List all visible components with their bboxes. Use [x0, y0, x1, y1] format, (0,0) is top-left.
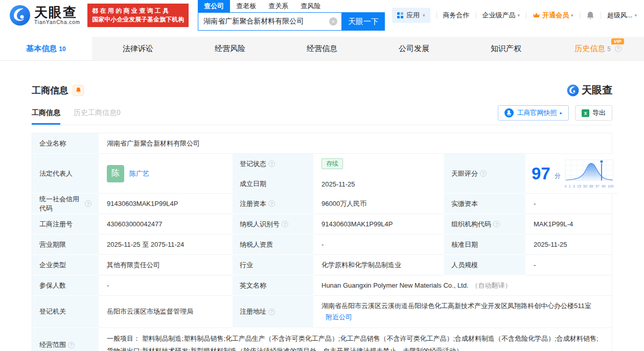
credit-code-label: 统一社会信用代码?: [32, 194, 99, 214]
nav-enterprise-products[interactable]: 企业级产品▾: [482, 11, 520, 20]
company-name-value: 湖南省广新聚合新材料有限公司: [99, 133, 612, 154]
search-tab-boss[interactable]: 查老板: [230, 0, 262, 12]
business-scope-label: 经营范围?: [32, 328, 99, 351]
reg-status-label: 登记状态?: [233, 154, 313, 174]
tab-history-info[interactable]: VIP 历史信息 5 ?: [552, 37, 644, 60]
help-icon[interactable]: ?: [282, 221, 288, 227]
taxpayer-quality-value: -: [313, 235, 444, 255]
business-scope-value: 一般项目： 塑料制品制造;塑料制品销售;化工产品生产（不含许可类化工产品）;化工…: [99, 328, 612, 351]
divider: [601, 12, 601, 19]
table-row: 法定代表人 陈 陈广艺 登记状态? 存续 成立日期 2025-11-25 天眼评…: [32, 154, 612, 194]
help-icon[interactable]: ?: [85, 200, 91, 207]
company-type-label: 企业类型: [32, 255, 99, 275]
table-row: 工商注册号 430603000042477 纳税人识别号? 91430603MA…: [32, 214, 612, 235]
search-tab-risk[interactable]: 查风险: [294, 0, 327, 12]
search-button[interactable]: 天眼一下: [342, 12, 385, 31]
promo-banner-line2: 国家中小企业发展子基金旗下机构: [92, 15, 184, 24]
crown-icon: [533, 12, 540, 18]
subtab-business-info[interactable]: 工商信息: [32, 108, 60, 125]
tab-intellectual-property[interactable]: 知识产权: [460, 37, 552, 60]
help-icon[interactable]: ?: [68, 342, 75, 348]
subscribe-bell-icon[interactable]: [73, 85, 84, 96]
score-unit: 分: [555, 172, 561, 180]
table-row: 营业期限 2025-11-25 至 2075-11-24 纳税人资质 - 核准日…: [32, 235, 612, 255]
export-button[interactable]: x 导出: [575, 105, 612, 121]
status-badge: 存续: [321, 158, 343, 169]
excel-icon: x: [582, 109, 589, 117]
chevron-right-icon: ▸: [560, 110, 562, 115]
logo-domain: TianYanCha.com: [34, 19, 80, 25]
search-row: × 天眼一下: [198, 12, 385, 31]
org-code-label: 组织机构代码?: [444, 214, 525, 235]
staff-size-label: 人员规模: [444, 255, 525, 275]
org-code-value: MAK1P99L-4: [525, 214, 612, 235]
search-tab-relation[interactable]: 查关系: [262, 0, 294, 12]
chevron-down-icon: ▾: [518, 13, 520, 18]
score-cell[interactable]: 97 分 013155085979: [525, 154, 618, 194]
official-snapshot-button[interactable]: 工商官网快照 ▸: [498, 105, 569, 121]
help-icon[interactable]: ?: [268, 200, 275, 207]
notification-bell-icon[interactable]: [586, 11, 594, 20]
section-header: 工商信息 天眼查: [32, 83, 612, 97]
table-row: 经营范围? 一般项目： 塑料制品制造;塑料制品销售;化工产品生产（不含许可类化工…: [32, 328, 612, 351]
tab-company-development[interactable]: 公司发展: [368, 37, 460, 60]
promo-banner: 都 在 用 的 商 业 查 询 工 具 国家中小企业发展子基金旗下机构: [87, 4, 189, 27]
tianyancha-logo[interactable]: 天眼查 TianYanCha.com: [9, 5, 80, 26]
avatar[interactable]: 陈: [107, 165, 124, 182]
subtab-history-business-info[interactable]: 历史工商信息0: [74, 108, 121, 125]
nearby-companies-link[interactable]: 附近公司: [326, 313, 352, 321]
help-icon[interactable]: ?: [615, 45, 622, 52]
company-name-label: 企业名称: [32, 133, 99, 154]
divider: [436, 12, 437, 19]
nav-business-cooperation[interactable]: 商务合作: [443, 11, 470, 20]
reg-number-label: 工商注册号: [32, 214, 99, 235]
approval-date-value: 2025-11-25: [525, 235, 612, 255]
english-name-label: 英文名称: [233, 275, 313, 296]
tianyancha-watermark: 天眼查: [567, 83, 612, 97]
search-input[interactable]: [198, 13, 341, 30]
table-row: 参保人数 - 英文名称 Hunan Guangxin Polymer New M…: [32, 275, 612, 296]
table-row: 企业类型 其他有限责任公司 行业 化学原料和化学制品制造业 人员规模 -: [32, 255, 612, 275]
table-row: 企业名称 湖南省广新聚合新材料有限公司: [32, 133, 612, 154]
logo-brand: 天眼查: [34, 6, 80, 19]
section-title: 工商信息: [32, 84, 68, 97]
stamp-icon: [504, 108, 514, 118]
staff-size-value: -: [525, 255, 612, 275]
nav-super-risk[interactable]: 超级风...▾: [607, 11, 637, 20]
tab-operation-info[interactable]: 经营信息: [276, 37, 368, 60]
credit-code-value: 91430603MAK1P99L4P: [99, 194, 233, 214]
divider: [580, 12, 580, 19]
table-row: 统一社会信用代码? 91430603MAK1P99L4P 注册资本? 96000…: [32, 194, 612, 214]
help-icon[interactable]: ?: [480, 170, 487, 177]
promo-banner-line1: 都 在 用 的 商 业 查 询 工 具: [92, 7, 184, 15]
divider: [526, 12, 526, 19]
table-row: 登记机关 岳阳市云溪区市场监督管理局 注册地址? 湖南省岳阳市云溪区云溪街道岳阳…: [32, 296, 612, 328]
insured-count-value: -: [99, 275, 233, 296]
legal-rep-cell: 陈 陈广艺: [99, 154, 233, 194]
legal-rep-link[interactable]: 陈广艺: [129, 169, 149, 178]
score-label: 天眼评分?: [444, 154, 525, 194]
nav-open-membership[interactable]: 开通会员 ▾: [533, 11, 573, 20]
reg-address-value: 湖南省岳阳市云溪区云溪街道岳阳绿色化工高新技术产业开发区凤翔路科创中心办公楼51…: [321, 302, 591, 310]
search-tab-company[interactable]: 查公司: [198, 0, 230, 12]
company-type-value: 其他有限责任公司: [99, 255, 233, 275]
clear-icon[interactable]: ×: [329, 17, 337, 26]
industry-label: 行业: [233, 255, 313, 275]
search-area: 查公司 查老板 查关系 查风险 × 天眼一下: [198, 0, 385, 31]
tab-legal-proceedings[interactable]: 法律诉讼: [92, 37, 184, 60]
approval-date-label: 核准日期: [444, 235, 525, 255]
tab-basic-info[interactable]: 基本信息 10: [0, 37, 92, 60]
subtab-history-count: 0: [117, 108, 121, 116]
help-icon[interactable]: ?: [268, 160, 275, 167]
vip-badge: VIP: [611, 38, 624, 44]
top-header: 天眼查 TianYanCha.com 都 在 用 的 商 业 查 询 工 具 国…: [0, 0, 644, 31]
tab-operation-risk[interactable]: 经营风险: [184, 37, 276, 60]
paid-capital-label: 实缴资本: [444, 194, 525, 214]
apps-menu[interactable]: 应用 ▾: [392, 8, 430, 23]
help-icon[interactable]: ?: [493, 221, 500, 227]
reg-capital-value: 96000万人民币: [313, 194, 444, 214]
search-input-wrap: ×: [198, 12, 342, 31]
divider: [476, 12, 476, 19]
help-icon[interactable]: ?: [268, 309, 275, 315]
chevron-down-icon: ▾: [571, 13, 573, 18]
